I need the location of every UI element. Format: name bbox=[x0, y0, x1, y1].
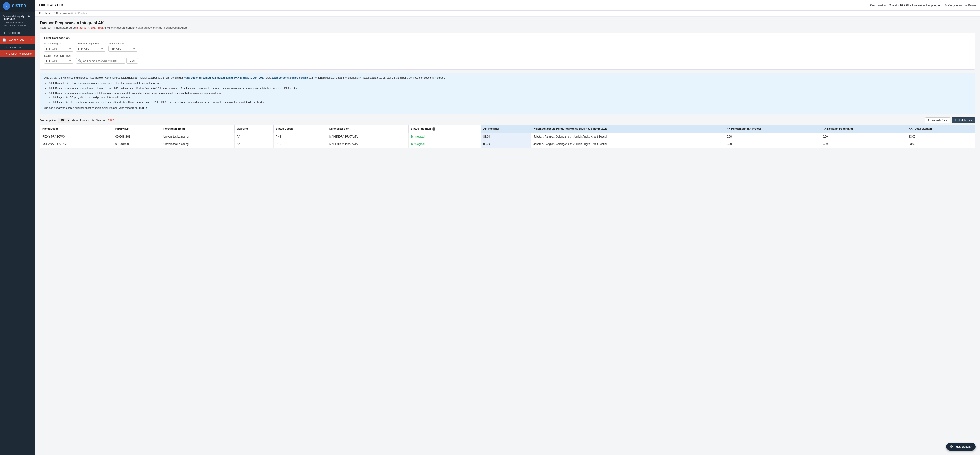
refresh-button[interactable]: ↻ Refresh Data bbox=[925, 118, 950, 123]
main-content: DIKTIRISTEK Peran saat ini: Operator PAK… bbox=[35, 0, 980, 455]
info-sub-bullets: Untuk ajuan ke GB yang ditolak, akan dip… bbox=[52, 95, 971, 104]
cell-status-integrasi-0: Terintegrasi bbox=[408, 133, 481, 140]
filter-status-integrasi-select[interactable]: Pilih Opsi bbox=[44, 46, 73, 52]
role-select[interactable]: Operator PAK PTN Universitas Lampung bbox=[888, 3, 941, 7]
cell-ak-tugas-0: 83.00 bbox=[907, 133, 975, 140]
info-sub-bullet-1: Untuk ajuan ke GB yang ditolak, akan dip… bbox=[52, 95, 971, 99]
showing-label: Menampilkan bbox=[40, 119, 56, 122]
th-nidn: NIDN/NIDK bbox=[113, 125, 161, 133]
sidebar-item-dasbor-pengawasan[interactable]: ● Dasbor Pengawasan bbox=[0, 50, 35, 57]
sidebar-logo: S SISTER bbox=[0, 0, 35, 12]
filter-status-integrasi-group: Status Integrasi Pilih Opsi bbox=[44, 42, 73, 52]
breadcrumb-pengakuan[interactable]: Pengakuan Ak bbox=[56, 12, 73, 15]
data-label: data bbox=[72, 119, 78, 122]
topbar-role-section: Peran saat ini: Operator PAK PTN Univers… bbox=[870, 3, 941, 7]
sidebar-item-layanan-pak[interactable]: 📄 Layanan PAK ▾ bbox=[0, 37, 35, 44]
user-greeting: Selamat datang, Operator FISIP Unila bbox=[3, 15, 32, 20]
filter-status-dosen-select[interactable]: Pilih Opsi bbox=[108, 46, 137, 52]
th-diintegrasi: Diintegrasi oleh bbox=[327, 125, 408, 133]
filter-jabfung-group: Jabatan Fungsional Pilih Opsi bbox=[76, 42, 105, 52]
per-page-select[interactable]: 100 bbox=[58, 118, 70, 123]
info-main-text: Data LK dan GB yang sedang diproses inte… bbox=[44, 76, 971, 80]
filter-row-2: Nama Perguruan Tinggi Pilih Opsi 🔍 Cari bbox=[44, 54, 971, 64]
total-count: 1177 bbox=[108, 119, 114, 122]
sidebar-item-dashboard-label: Dashboard bbox=[7, 31, 20, 35]
th-kelompok: Kelompok sesuai Peraturan Kepala BKN No.… bbox=[531, 125, 724, 133]
sidebar-item-dashboard[interactable]: ⊞ Dashboard bbox=[0, 29, 35, 37]
cell-nidn-0: 0207088801 bbox=[113, 133, 161, 140]
cell-status-integrasi-1: Terintegrasi bbox=[408, 140, 481, 147]
cell-ak-integrasi-0: 83.00 bbox=[481, 133, 531, 140]
th-status-dosen: Status Dosen bbox=[273, 125, 327, 133]
th-pt: Perguruan Tinggi bbox=[161, 125, 235, 133]
toolbar-right: ↻ Refresh Data ⬇ Unduh Data bbox=[925, 118, 975, 123]
info-bullet-1: Untuk Dosen LK & GB yang melakukan penga… bbox=[48, 81, 971, 85]
sidebar-item-dasbor-label: Dasbor Pengawasan bbox=[9, 52, 32, 55]
grid-icon: ⊞ bbox=[3, 31, 5, 35]
search-input-wrap: 🔍 bbox=[76, 58, 125, 64]
cell-nama-0: RIZKY PRABOWO bbox=[40, 133, 113, 140]
user-role: Operator PAK PTN Universitas Lampung bbox=[3, 21, 32, 27]
page-subtitle: Halaman ini memuat progres integrasi Ang… bbox=[40, 26, 975, 29]
cell-ak-integrasi-1: 83.00 bbox=[481, 140, 531, 147]
sidebar-item-integrasi-ak-label: Integrasi AK bbox=[9, 46, 22, 48]
circle-icon: ○ bbox=[5, 46, 7, 48]
filter-jabfung-select[interactable]: Pilih Opsi bbox=[76, 46, 105, 52]
topbar-title: DIKTIRISTEK bbox=[39, 3, 64, 8]
cell-diintegrasi-0: MAHENDRA PRATAMA bbox=[327, 133, 408, 140]
cell-status-dosen-1: PNS bbox=[273, 140, 327, 147]
filter-pt-label: Nama Perguruan Tinggi bbox=[44, 54, 73, 57]
filter-search-group: 🔍 Cari bbox=[76, 58, 138, 64]
refresh-label: Refresh Data bbox=[931, 119, 947, 122]
search-icon: 🔍 bbox=[78, 59, 82, 62]
sidebar-item-integrasi-ak[interactable]: ○ Integrasi AK bbox=[0, 44, 35, 50]
topbar: DIKTIRISTEK Peran saat ini: Operator PAK… bbox=[35, 0, 980, 11]
pusat-bantuan-button[interactable]: 💬 Pusat Bantuan bbox=[946, 443, 975, 450]
filter-card: Filter Berdasarkan: Status Integrasi Pil… bbox=[40, 33, 975, 70]
th-ak-penunjang: AK Kegiatan Penunjang bbox=[820, 125, 907, 133]
cell-ak-penunjang-0: 0.00 bbox=[820, 133, 907, 140]
filter-pt-select[interactable]: Pilih Opsi bbox=[44, 58, 73, 64]
th-ak-pengembangan: AK Pengembangan Profesi bbox=[724, 125, 820, 133]
table-row: YOHANA TRI UTAMI 0210019002 Universitas … bbox=[40, 140, 975, 147]
logout-link[interactable]: ↪ Keluar bbox=[965, 4, 976, 7]
page-title: Dasbor Pengawasan Integrasi AK bbox=[40, 21, 975, 26]
data-table: Nama Dosen NIDN/NIDK Perguruan Tinggi Ja… bbox=[40, 125, 975, 148]
role-label: Peran saat ini: bbox=[870, 4, 887, 7]
th-status-integrasi: Status Integrasi i bbox=[408, 125, 481, 133]
table-header-row: Nama Dosen NIDN/NIDK Perguruan Tinggi Ja… bbox=[40, 125, 975, 133]
toolbar-left: Menampilkan 100 data Jumlah Total Saat I… bbox=[40, 118, 114, 123]
settings-link[interactable]: ⚙ Pengaturan bbox=[944, 4, 961, 7]
breadcrumb-dashboard[interactable]: Dashboard bbox=[39, 12, 52, 15]
download-label: Unduh Data bbox=[958, 119, 972, 122]
cell-ak-pengembangan-1: 0.00 bbox=[724, 140, 820, 147]
cell-kelompok-0: Jabatan, Pangkat, Golongan dan Jumlah An… bbox=[531, 133, 724, 140]
refresh-icon: ↻ bbox=[928, 119, 930, 122]
app-logo-text: SISTER bbox=[12, 4, 26, 8]
sidebar-user-info: Selamat datang, Operator FISIP Unila Ope… bbox=[0, 12, 35, 29]
cell-jabfung-1: AA bbox=[234, 140, 273, 147]
help-icon: 💬 bbox=[950, 445, 953, 448]
info-bullet-list: Untuk Dosen LK & GB yang melakukan penga… bbox=[48, 81, 971, 104]
pusat-bantuan-label: Pusat Bantuan bbox=[955, 445, 972, 448]
cell-kelompok-1: Jabatan, Pangkat, Golongan dan Jumlah An… bbox=[531, 140, 724, 147]
status-integrasi-info-icon[interactable]: i bbox=[432, 128, 435, 131]
file-icon: 📄 bbox=[3, 38, 6, 42]
th-nama-dosen: Nama Dosen bbox=[40, 125, 113, 133]
breadcrumb: Dashboard / Pengakuan Ak / Dasbor bbox=[35, 11, 980, 17]
info-footer-text: Jika ada pertanyaan harap hubungi pusat … bbox=[44, 106, 971, 110]
cell-status-dosen-0: PNS bbox=[273, 133, 327, 140]
cell-pt-1: Universitas Lampung bbox=[161, 140, 235, 147]
search-input[interactable] bbox=[83, 59, 123, 62]
cell-diintegrasi-1: MAHENDRA PRATAMA bbox=[327, 140, 408, 147]
cell-nama-1: YOHANA TRI UTAMI bbox=[40, 140, 113, 147]
filter-jabfung-label: Jabatan Fungsional bbox=[76, 42, 105, 45]
th-ak-integrasi: AK Integrasi bbox=[481, 125, 531, 133]
download-button[interactable]: ⬇ Unduh Data bbox=[952, 118, 975, 123]
cell-ak-penunjang-1: 0.00 bbox=[820, 140, 907, 147]
info-bullet-3: Untuk Dosen yang pengajuan regulernya di… bbox=[48, 91, 971, 104]
cell-pt-0: Universitas Lampung bbox=[161, 133, 235, 140]
search-button[interactable]: Cari bbox=[126, 58, 138, 64]
table-toolbar: Menampilkan 100 data Jumlah Total Saat I… bbox=[40, 118, 975, 123]
info-bullet-2: Untuk Dosen yang pengajuan regulernya di… bbox=[48, 86, 971, 90]
